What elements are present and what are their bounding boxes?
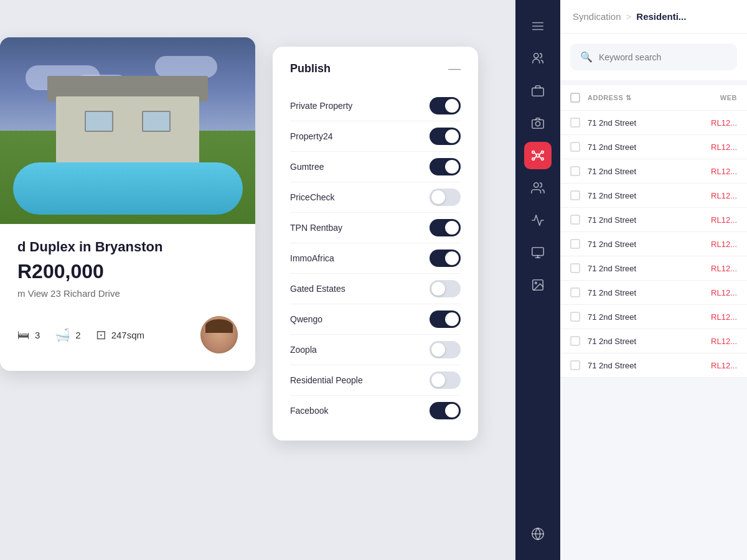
row-address: 71 2nd Street (588, 288, 703, 297)
toggle-switch[interactable] (430, 280, 461, 297)
table-row[interactable]: 71 2nd StreetRL12... (560, 329, 747, 353)
row-address: 71 2nd Street (588, 118, 703, 128)
row-web: RL12... (711, 288, 737, 297)
table-header: ADDRESS ⇅ WEB (560, 85, 747, 111)
svg-rect-4 (532, 88, 543, 96)
row-checkbox[interactable] (570, 360, 580, 370)
row-checkbox[interactable] (570, 312, 580, 322)
row-web: RL12... (711, 215, 737, 225)
publish-panel: Publish — Private PropertyProperty24Gumt… (273, 47, 478, 441)
bed-icon: 🛏 (17, 328, 30, 342)
toggle-thumb (445, 99, 459, 113)
row-checkbox[interactable] (570, 118, 580, 128)
row-address: 71 2nd Street (588, 337, 703, 346)
table-row[interactable]: 71 2nd StreetRL12... (560, 256, 747, 281)
svg-line-15 (539, 156, 542, 159)
toggle-switch[interactable] (430, 219, 461, 236)
svg-line-14 (535, 156, 537, 159)
breadcrumb-parent: Syndication (573, 11, 621, 22)
toggle-switch[interactable] (430, 402, 461, 419)
toggle-thumb (445, 312, 459, 326)
publish-title: Publish (290, 62, 331, 75)
team-icon[interactable] (524, 174, 552, 202)
table-row[interactable]: 71 2nd StreetRL12... (560, 232, 747, 256)
row-address: 71 2nd Street (588, 215, 703, 225)
select-all-checkbox[interactable] (570, 93, 580, 103)
row-web: RL12... (711, 167, 737, 176)
property-address: m View 23 Richard Drive (17, 288, 238, 299)
marketing-icon[interactable] (524, 207, 552, 234)
publish-close-button[interactable]: — (448, 62, 461, 76)
row-checkbox[interactable] (570, 336, 580, 346)
search-input-wrap[interactable]: 🔍 (570, 44, 737, 70)
syndication-icon[interactable] (524, 142, 552, 169)
keyword-search-input[interactable] (599, 52, 727, 62)
portal-icon[interactable] (524, 520, 552, 548)
address-column-header: ADDRESS ⇅ (588, 94, 713, 102)
row-web: RL12... (711, 142, 737, 152)
table-row[interactable]: 71 2nd StreetRL12... (560, 135, 747, 159)
row-web: RL12... (711, 361, 737, 370)
toggle-row: Gumtree (290, 152, 461, 182)
toggle-switch[interactable] (430, 189, 461, 206)
breadcrumb-current: Residenti... (636, 11, 686, 22)
row-checkbox[interactable] (570, 287, 580, 297)
row-checkbox[interactable] (570, 166, 580, 176)
row-address: 71 2nd Street (588, 312, 703, 322)
main-header: Syndication > Residenti... (560, 0, 747, 34)
toggle-switch[interactable] (430, 128, 461, 145)
users-icon[interactable] (524, 45, 552, 72)
table-row[interactable]: 71 2nd StreetRL12... (560, 281, 747, 305)
property-features: 🛏 3 🛁 2 ⊡ 247sqm (17, 316, 238, 353)
toggle-label: Gated Estates (290, 284, 345, 294)
camera-icon[interactable] (524, 110, 552, 137)
search-icon: 🔍 (580, 51, 593, 63)
toggle-row: Gated Estates (290, 274, 461, 304)
toggle-switch[interactable] (430, 310, 461, 328)
publish-header: Publish — (290, 62, 461, 76)
toggle-label: Qwengo (290, 314, 322, 324)
property-info: d Duplex in Bryanston R200,000 m View 23… (0, 224, 255, 371)
gallery-icon[interactable] (524, 271, 552, 299)
row-address: 71 2nd Street (588, 142, 703, 152)
toggle-switch[interactable] (430, 97, 461, 114)
toggle-row: Facebook (290, 396, 461, 426)
table-row[interactable]: 71 2nd StreetRL12... (560, 353, 747, 378)
size-count: ⊡ 247sqm (96, 327, 144, 342)
row-web: RL12... (711, 240, 737, 249)
search-section: 🔍 (560, 34, 747, 80)
row-checkbox[interactable] (570, 263, 580, 273)
row-checkbox[interactable] (570, 142, 580, 152)
toggle-switch[interactable] (430, 250, 461, 267)
display-icon[interactable] (524, 239, 552, 266)
table-row[interactable]: 71 2nd StreetRL12... (560, 305, 747, 329)
sidebar (515, 0, 560, 560)
toggle-label: Property24 (290, 131, 332, 141)
table-section: ADDRESS ⇅ WEB 71 2nd StreetRL12...71 2nd… (560, 85, 747, 378)
menu-icon[interactable] (524, 12, 552, 40)
row-checkbox[interactable] (570, 190, 580, 200)
table-row[interactable]: 71 2nd StreetRL12... (560, 208, 747, 232)
toggle-row: Private Property (290, 91, 461, 121)
row-checkbox[interactable] (570, 215, 580, 225)
svg-point-6 (535, 121, 540, 126)
row-web: RL12... (711, 312, 737, 322)
toggle-switch[interactable] (430, 158, 461, 175)
property-price: R200,000 (17, 260, 238, 283)
row-address: 71 2nd Street (588, 240, 703, 249)
bath-icon: 🛁 (55, 327, 70, 342)
table-row[interactable]: 71 2nd StreetRL12... (560, 111, 747, 135)
toggle-switch[interactable] (430, 341, 461, 358)
table-row[interactable]: 71 2nd StreetRL12... (560, 184, 747, 208)
toggle-row: PriceCheck (290, 182, 461, 213)
toggle-switch[interactable] (430, 371, 461, 389)
briefcase-icon[interactable] (524, 77, 552, 105)
toggle-row: ImmoAfrica (290, 243, 461, 274)
row-checkbox[interactable] (570, 239, 580, 249)
toggle-row: Zoopla (290, 335, 461, 365)
toggle-row: Qwengo (290, 304, 461, 335)
property-image (0, 37, 255, 224)
table-row[interactable]: 71 2nd StreetRL12... (560, 159, 747, 184)
toggle-label: TPN Rentbay (290, 223, 342, 233)
table-rows: 71 2nd StreetRL12...71 2nd StreetRL12...… (560, 111, 747, 378)
